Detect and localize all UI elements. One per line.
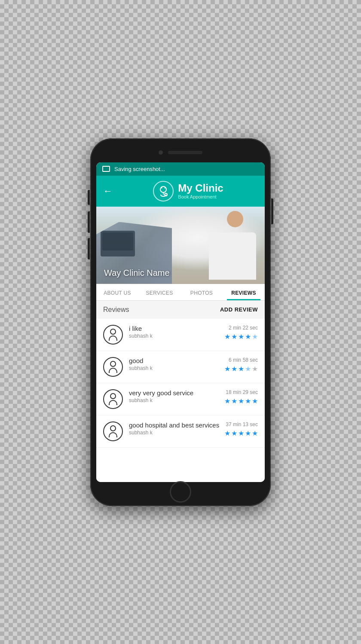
tab-about-us[interactable]: ABOUT US: [96, 284, 138, 300]
person-body: [209, 232, 256, 280]
avatar: [103, 389, 123, 409]
review-rating: 6 min 58 sec ★ ★ ★ ★ ★: [224, 357, 258, 373]
star-rating: ★ ★ ★ ★ ★: [224, 429, 258, 437]
monitor: [101, 231, 135, 256]
star-3: ★: [238, 397, 244, 405]
avatar-head: [110, 329, 116, 335]
review-top: very very good service subhash k 18 min …: [129, 389, 258, 405]
camera: [159, 150, 163, 155]
star-4: ★: [245, 429, 251, 437]
review-author: subhash k: [129, 397, 193, 403]
star-1: ★: [224, 333, 230, 341]
star-3: ★: [238, 333, 244, 341]
speaker: [168, 151, 202, 154]
star-5: ★: [252, 429, 258, 437]
home-button[interactable]: [170, 481, 191, 503]
avatar-head: [110, 361, 116, 367]
review-rating: 2 min 22 sec ★ ★ ★ ★ ★: [224, 325, 258, 341]
review-text-block: good hospital and best services subhash …: [129, 421, 219, 436]
review-text: good: [129, 357, 153, 364]
review-content: i like subhash k 2 min 22 sec ★ ★ ★ ★ ★: [129, 325, 258, 341]
review-content: good hospital and best services subhash …: [129, 421, 258, 437]
review-top: good hospital and best services subhash …: [129, 421, 258, 437]
review-author: subhash k: [129, 365, 153, 371]
screenshot-text: Saving screenshot...: [114, 166, 165, 172]
svg-point-3: [161, 187, 162, 188]
review-author: subhash k: [129, 333, 153, 339]
app-subtitle: Book Appointment: [178, 194, 223, 199]
star-1: ★: [224, 429, 230, 437]
volume-mute-button: [88, 190, 90, 205]
review-top: good subhash k 6 min 58 sec ★ ★ ★ ★ ★: [129, 357, 258, 373]
star-5: ★: [252, 333, 258, 341]
doctor-figure: [196, 211, 256, 280]
star-5: ★: [252, 397, 258, 405]
review-text: very very good service: [129, 389, 193, 397]
clinic-hero-image: Way Clinic Name: [96, 207, 265, 284]
avatar-head: [110, 393, 116, 399]
volume-up-button: [88, 211, 90, 233]
review-item: i like subhash k 2 min 22 sec ★ ★ ★ ★ ★: [96, 319, 265, 351]
star-rating: ★ ★ ★ ★ ★: [224, 365, 258, 373]
review-rating: 37 min 13 sec ★ ★ ★ ★ ★: [224, 421, 258, 437]
star-rating: ★ ★ ★ ★ ★: [224, 333, 258, 341]
avatar-body: [109, 336, 117, 341]
star-4: ★: [245, 397, 251, 405]
review-text-block: i like subhash k: [129, 325, 153, 339]
tabs-navigation: ABOUT US SERVICES PHOTOS REVIEWS: [96, 284, 265, 301]
tab-services[interactable]: SERVICES: [138, 284, 180, 300]
star-1: ★: [224, 365, 230, 373]
phone-top: [96, 146, 265, 159]
avatar-head: [110, 425, 116, 431]
avatar-body: [109, 400, 117, 405]
person-icon: [109, 361, 117, 373]
review-time: 37 min 13 sec: [224, 421, 258, 427]
review-item: very very good service subhash k 18 min …: [96, 383, 265, 415]
clinic-name-overlay: Way Clinic Name: [104, 268, 170, 278]
review-content: very very good service subhash k 18 min …: [129, 389, 258, 405]
star-4: ★: [245, 365, 251, 373]
star-2: ★: [231, 365, 237, 373]
app-header: ← My Clinic Book Appointment: [96, 176, 265, 207]
star-4: ★: [245, 333, 251, 341]
reviews-section-header: Reviews ADD REVIEW: [96, 301, 265, 319]
star-3: ★: [238, 429, 244, 437]
volume-down-button: [88, 238, 90, 259]
review-text: good hospital and best services: [129, 421, 219, 429]
review-content: good subhash k 6 min 58 sec ★ ★ ★ ★ ★: [129, 357, 258, 373]
person-head: [227, 211, 243, 227]
add-review-button[interactable]: ADD REVIEW: [220, 306, 258, 313]
monitor-screen: [102, 232, 133, 250]
review-item: good hospital and best services subhash …: [96, 415, 265, 448]
tab-photos[interactable]: PHOTOS: [180, 284, 223, 300]
power-button: [271, 198, 273, 224]
svg-point-4: [165, 187, 166, 188]
review-time: 6 min 58 sec: [224, 357, 258, 363]
star-1: ★: [224, 397, 230, 405]
avatar: [103, 421, 123, 441]
phone-bottom: [96, 485, 265, 498]
tab-reviews[interactable]: REVIEWS: [223, 284, 265, 300]
app-title: My Clinic: [178, 183, 223, 194]
header-logo: My Clinic Book Appointment: [119, 181, 258, 201]
review-text-block: good subhash k: [129, 357, 153, 371]
star-5: ★: [252, 365, 258, 373]
person-icon: [109, 393, 117, 405]
star-2: ★: [231, 333, 237, 341]
review-time: 2 min 22 sec: [224, 325, 258, 331]
review-item: good subhash k 6 min 58 sec ★ ★ ★ ★ ★: [96, 351, 265, 383]
review-list: i like subhash k 2 min 22 sec ★ ★ ★ ★ ★: [96, 319, 265, 482]
avatar: [103, 325, 123, 345]
avatar: [103, 357, 123, 377]
person-icon: [109, 425, 117, 437]
star-rating: ★ ★ ★ ★ ★: [224, 397, 258, 405]
bottom-spacer: [96, 448, 265, 482]
back-button[interactable]: ←: [103, 186, 113, 197]
review-top: i like subhash k 2 min 22 sec ★ ★ ★ ★ ★: [129, 325, 258, 341]
review-text: i like: [129, 325, 153, 332]
phone-frame: Saving screenshot... ← My Clinic: [90, 138, 271, 506]
star-3: ★: [238, 365, 244, 373]
screenshot-notification: Saving screenshot...: [96, 162, 265, 176]
star-2: ★: [231, 397, 237, 405]
review-time: 18 min 29 sec: [224, 389, 258, 395]
